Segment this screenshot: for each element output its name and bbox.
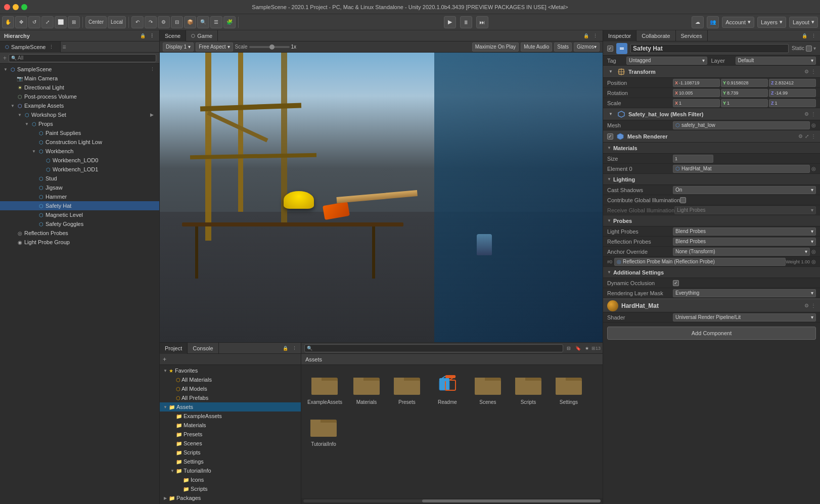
project-add-btn[interactable]: + — [163, 356, 166, 363]
transform-settings-icon[interactable]: ⚙ — [804, 69, 809, 74]
mesh-filter-menu-icon[interactable]: ⋮ — [811, 111, 816, 117]
rect-tool[interactable]: ⬜ — [55, 16, 67, 28]
arrow-example-assets[interactable]: ▼ — [9, 101, 16, 110]
move-tool[interactable]: ✥ — [15, 16, 27, 28]
viewport-lock[interactable]: 🔒 — [582, 32, 589, 39]
settings-btn[interactable]: ⚙ — [158, 16, 170, 28]
tree-item-construction-light[interactable]: ⬡ Construction Light Low — [0, 138, 159, 147]
viewport-menu[interactable]: ⋮ — [591, 32, 599, 39]
inspector-menu[interactable]: ⋮ — [810, 32, 817, 39]
tree-item-directional-light[interactable]: ☀ Directional Light — [0, 83, 159, 92]
scene-options[interactable]: ⋮ — [48, 43, 55, 51]
project-tab[interactable]: Project — [160, 343, 188, 354]
scrollbar-track[interactable] — [303, 499, 601, 502]
undo-btn[interactable]: ↶ — [131, 16, 144, 28]
proj-settings[interactable]: 📁 Settings — [160, 457, 301, 466]
proj-example-assets[interactable]: 📁 ExampleAssets — [160, 411, 301, 421]
materials-section[interactable]: ▼ Materials — [603, 143, 820, 154]
hierarchy-content[interactable]: ▼ ⬡ SampleScene ⋮ 📷 Main Camera ☀ Direct… — [0, 64, 159, 504]
pivot-btn[interactable]: Center — [85, 16, 107, 28]
proj-assets[interactable]: ▼ 📁 Assets — [160, 402, 301, 411]
scale-x-field[interactable]: X 1 — [673, 99, 720, 107]
asset-presets[interactable]: Presets — [389, 369, 425, 407]
asset-settings[interactable]: Settings — [551, 369, 587, 407]
more-workshop-set[interactable]: ▶ — [150, 112, 157, 117]
scale-track[interactable] — [249, 46, 290, 48]
scale-tool[interactable]: ⤢ — [41, 16, 54, 28]
proj-presets[interactable]: 📁 Presets — [160, 430, 301, 439]
proj-tutorialinfo[interactable]: ▼ 📁 TutorialInfo — [160, 466, 301, 475]
element0-field[interactable]: ⬡ HardHat_Mat — [673, 165, 810, 173]
dynamic-occlusion-checkbox[interactable] — [673, 280, 679, 286]
close-btn[interactable] — [4, 4, 10, 10]
tree-item-example-assets[interactable]: ▼ ⬡ Example Assets — [0, 101, 159, 110]
mesh-filter-arrow[interactable]: ▼ — [607, 110, 614, 119]
proj-scripts[interactable]: 📁 Scripts — [160, 448, 301, 457]
scale-z-field[interactable]: Z 1 — [769, 99, 816, 107]
assets-view-btn[interactable]: ⊟ — [565, 345, 572, 352]
account-dropdown[interactable]: Account ▾ — [722, 17, 754, 28]
mesh-renderer-expand-icon[interactable]: ⤢ — [805, 133, 809, 139]
all-scenes-btn[interactable]: ≡ — [61, 43, 68, 51]
pos-z-field[interactable]: Z 2.832412 — [769, 79, 816, 87]
pos-x-field[interactable]: X -1.108719 — [673, 79, 720, 87]
tree-item-safety-hat[interactable]: ⬡ Safety Hat — [0, 201, 159, 210]
light-probes-dropdown[interactable]: Blend Probes ▾ — [673, 227, 816, 236]
asset-readme[interactable]: Readme — [429, 369, 466, 407]
assets-scrollbar[interactable] — [301, 498, 603, 504]
asset-scripts[interactable]: Scripts — [510, 369, 546, 407]
reflection-probes-dropdown[interactable]: Blend Probes ▾ — [673, 238, 816, 246]
tree-item-workbench-lod1[interactable]: ⬡ Workbench_LOD1 — [0, 165, 159, 174]
arrow-packages[interactable]: ▶ — [162, 496, 169, 500]
tree-item-light-probe-group[interactable]: ◉ Light Probe Group — [0, 238, 159, 247]
tree-item-magnetic-level[interactable]: ⬡ Magnetic Level — [0, 210, 159, 219]
redo-btn[interactable]: ↷ — [145, 16, 157, 28]
tree-item-stud[interactable]: ⬡ Stud — [0, 174, 159, 183]
maximize-on-play[interactable]: Maximize On Play — [472, 42, 519, 52]
fullscreen-btn[interactable] — [21, 4, 27, 10]
local-btn[interactable]: Local — [108, 16, 126, 28]
tree-item-jigsaw[interactable]: ⬡ Jigsaw — [0, 183, 159, 192]
pos-y-field[interactable]: Y 0.9158028 — [721, 79, 768, 87]
arrow-tutorial[interactable]: ▼ — [169, 469, 176, 473]
build-btn[interactable]: 📦 — [184, 16, 196, 28]
tree-item-workbench[interactable]: ▼ ⬡ Workbench — [0, 147, 159, 156]
cloud-btn[interactable]: ☁ — [692, 16, 704, 28]
inspector-tab-collaborate[interactable]: Collaborate — [636, 30, 675, 41]
tree-item-reflection-probes[interactable]: ◎ Reflection Probes — [0, 228, 159, 238]
more-samplescene[interactable]: ⋮ — [150, 67, 157, 72]
arrow-props[interactable]: ▼ — [23, 119, 30, 128]
search-btn[interactable]: 🔍 — [197, 16, 209, 28]
anchor-ref-field[interactable]: ◎ Reflection Probe Main (Reflection Prob… — [614, 258, 786, 266]
mesh-filter-settings-icon[interactable]: ⚙ — [804, 111, 809, 117]
tree-item-main-camera[interactable]: 📷 Main Camera — [0, 74, 159, 83]
arrow-workshop-set[interactable]: ▼ — [16, 110, 23, 119]
arrow-assets[interactable]: ▼ — [162, 405, 169, 409]
minimize-btn[interactable] — [13, 4, 19, 10]
mesh-target-icon[interactable]: ◎ — [811, 122, 816, 128]
proj-packages[interactable]: ▶ 📁 Packages — [160, 493, 301, 502]
additional-settings-section[interactable]: ▼ Additional Settings — [603, 267, 820, 278]
assets-grid[interactable]: ExampleAssets Materials — [301, 365, 603, 498]
asset-tutorialinfo[interactable]: TutorialInfo — [305, 411, 342, 449]
receive-gi-dropdown[interactable]: Light Probes ▾ — [674, 206, 816, 214]
scene-viewport[interactable] — [160, 53, 603, 342]
static-arrow[interactable]: ▾ — [813, 45, 816, 51]
stats-btn[interactable]: Stats — [554, 42, 572, 52]
asset-materials[interactable]: Materials — [348, 369, 385, 407]
console-tab[interactable]: Console — [188, 343, 218, 354]
proj-scripts-2[interactable]: 📁 Scripts — [160, 484, 301, 493]
hierarchy-menu[interactable]: ⋮ — [148, 32, 155, 39]
inspector-lock[interactable]: 🔒 — [801, 32, 808, 39]
scene-view-tab[interactable]: Scene — [160, 30, 186, 41]
rotate-tool[interactable]: ↺ — [28, 16, 40, 28]
proj-all-prefabs[interactable]: ⬡ All Prefabs — [160, 393, 301, 402]
rot-z-field[interactable]: Z -14.99 — [769, 89, 816, 97]
object-name-input[interactable] — [630, 44, 789, 53]
rot-y-field[interactable]: Y 8.739 — [721, 89, 768, 97]
inspector-tab-services[interactable]: Services — [676, 30, 708, 41]
rendering-layer-dropdown[interactable]: Everything ▾ — [673, 289, 816, 297]
rot-x-field[interactable]: X 10.005 — [673, 89, 720, 97]
arrow-favorites[interactable]: ▼ — [162, 369, 169, 373]
project-lock[interactable]: 🔒 — [282, 345, 289, 352]
